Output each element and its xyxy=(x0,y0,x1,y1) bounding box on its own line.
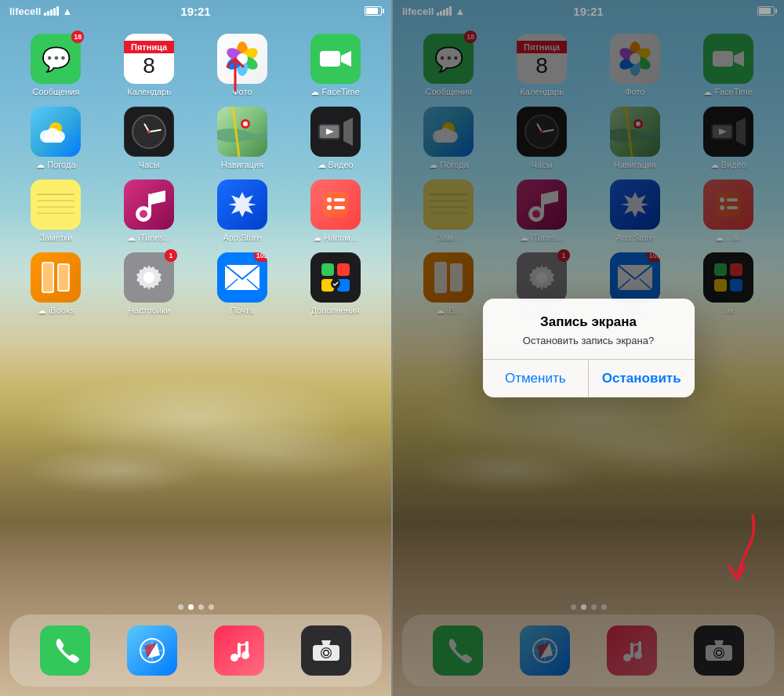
weather-label: ☁ Погода xyxy=(36,160,75,170)
screen-divider xyxy=(391,0,393,696)
settings-badge: 1 xyxy=(165,249,177,262)
mail-badge: 102 xyxy=(254,252,267,262)
app-weather[interactable]: ☁ Погода xyxy=(13,107,100,170)
weather-icon[interactable] xyxy=(31,107,81,157)
itunes-icon[interactable] xyxy=(124,179,174,230)
svg-rect-29 xyxy=(43,263,53,292)
notes-label: Заметки xyxy=(39,233,72,242)
facetime-svg xyxy=(320,48,351,70)
videos-label: ☁ Видео xyxy=(318,160,354,170)
clock-icon[interactable] xyxy=(124,107,174,157)
signal-bar-1 xyxy=(44,13,46,16)
app-reminders[interactable]: ☁ Напом... xyxy=(292,179,379,243)
app-addons[interactable]: Дополнения xyxy=(292,252,379,316)
videos-icon[interactable] xyxy=(310,107,361,157)
left-time: 19:21 xyxy=(180,5,210,18)
dialog-stop-button[interactable]: Остановить xyxy=(589,360,695,397)
app-appstore[interactable]: App Store xyxy=(199,179,286,243)
page-dot-1 xyxy=(178,604,183,610)
left-dock xyxy=(9,614,382,687)
dialog-cancel-button[interactable]: Отменить xyxy=(483,360,590,397)
ibooks-icon[interactable] xyxy=(31,252,81,303)
facetime-label: ☁ FaceTime xyxy=(310,87,360,97)
facetime-icon[interactable] xyxy=(310,34,361,84)
app-videos[interactable]: ☁ Видео xyxy=(292,107,379,170)
maps-icon[interactable] xyxy=(217,107,267,157)
appstore-svg xyxy=(225,187,260,222)
left-wifi-icon: ▲ xyxy=(62,5,72,17)
dialog-title: Запись экрана xyxy=(495,314,682,330)
app-settings[interactable]: 1 Настройки xyxy=(106,252,193,316)
appstore-label: App Store xyxy=(223,233,261,242)
addons-label: Дополнения xyxy=(310,306,359,315)
svg-rect-25 xyxy=(334,198,345,201)
svg-point-24 xyxy=(327,198,332,202)
mail-icon[interactable]: 102 xyxy=(217,252,267,303)
signal-bar-5 xyxy=(56,6,59,16)
calendar-icon[interactable]: Пятница 8 xyxy=(124,34,174,84)
weather-svg xyxy=(40,118,71,146)
svg-rect-27 xyxy=(334,206,345,209)
photos-icon[interactable] xyxy=(217,34,267,84)
itunes-label: ☁ iTunes... xyxy=(127,233,171,243)
messages-icon[interactable]: 💬 18 xyxy=(31,34,81,84)
app-messages[interactable]: 💬 18 Сообщения xyxy=(13,34,100,97)
dock-phone-icon[interactable] xyxy=(40,625,90,676)
svg-rect-36 xyxy=(321,263,334,276)
cal-header: Пятница xyxy=(124,41,174,53)
messages-label: Сообщения xyxy=(33,87,80,96)
cal-date: 8 xyxy=(143,55,155,77)
svg-rect-23 xyxy=(323,192,348,217)
photos-label: Фото xyxy=(232,87,252,96)
reminders-label: ☁ Напом... xyxy=(313,233,358,243)
dock-camera[interactable] xyxy=(301,625,351,676)
app-clock[interactable]: Часы xyxy=(106,107,193,170)
addons-icon[interactable] xyxy=(310,252,361,303)
notes-icon[interactable] xyxy=(31,179,81,230)
safari-icon-svg xyxy=(138,636,166,665)
svg-rect-31 xyxy=(59,265,68,290)
settings-svg xyxy=(132,260,166,295)
itunes-svg xyxy=(132,187,165,222)
app-maps[interactable]: Навигация xyxy=(199,107,286,170)
messages-badge: 18 xyxy=(71,31,84,43)
left-apps-grid: 💬 18 Сообщения Пятница 8 Календарь xyxy=(0,27,391,322)
dock-music-icon[interactable] xyxy=(214,625,264,676)
calendar-inner: Пятница 8 xyxy=(124,41,174,77)
clock-center-dot xyxy=(147,130,151,133)
svg-point-16 xyxy=(243,121,248,126)
reminders-icon[interactable] xyxy=(310,179,361,230)
settings-icon[interactable]: 1 xyxy=(124,252,174,303)
notes-inner xyxy=(31,179,81,230)
app-facetime[interactable]: ☁ FaceTime xyxy=(292,34,379,97)
music-icon-svg xyxy=(225,636,253,665)
app-mail[interactable]: 102 Почта xyxy=(199,252,286,316)
svg-point-53 xyxy=(324,651,328,655)
dock-music[interactable] xyxy=(214,625,264,676)
svg-rect-7 xyxy=(320,51,340,67)
page-dot-3 xyxy=(198,604,204,610)
dock-safari[interactable] xyxy=(127,625,177,676)
dock-safari-icon[interactable] xyxy=(127,625,177,676)
left-signal-bars xyxy=(44,6,59,16)
dock-camera-icon[interactable] xyxy=(301,625,351,676)
app-photos[interactable]: Фото xyxy=(199,34,286,97)
dock-phone[interactable] xyxy=(40,625,90,676)
photos-svg xyxy=(223,40,261,78)
appstore-icon[interactable] xyxy=(217,179,267,230)
app-notes[interactable]: Заметки xyxy=(13,179,100,243)
svg-point-21 xyxy=(140,210,147,218)
signal-bar-4 xyxy=(53,8,56,16)
ibooks-svg xyxy=(40,260,71,295)
left-battery xyxy=(365,6,382,16)
addons-svg xyxy=(318,260,353,295)
phone-icon-svg xyxy=(51,636,79,665)
left-page-dots xyxy=(0,604,391,610)
svg-rect-13 xyxy=(44,136,63,143)
page-dot-2 xyxy=(188,604,194,610)
app-ibooks[interactable]: ☁ iBooks xyxy=(13,252,100,316)
app-itunes[interactable]: ☁ iTunes... xyxy=(106,179,193,243)
app-calendar[interactable]: Пятница 8 Календарь xyxy=(106,34,193,97)
dialog-buttons: Отменить Остановить xyxy=(483,359,695,397)
svg-marker-8 xyxy=(341,51,351,67)
